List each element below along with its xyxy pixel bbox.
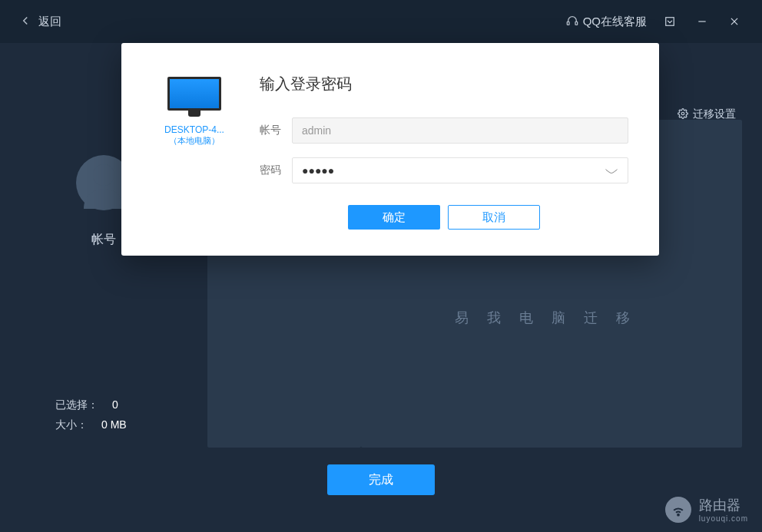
login-modal: DESKTOP-4... （本地电脑） 输入登录密码 帐号 admin 密码 ●…: [121, 43, 659, 256]
account-label: 帐号: [91, 232, 116, 248]
watermark: 路由器 luyouqi.com: [665, 496, 748, 523]
back-button[interactable]: 返回: [18, 14, 61, 30]
gear-icon: [678, 108, 688, 121]
pc-name: DESKTOP-4...: [152, 124, 237, 135]
close-button[interactable]: [725, 12, 744, 31]
eye-icon[interactable]: [605, 163, 618, 179]
watermark-title: 路由器: [699, 496, 748, 514]
account-field-label: 帐号: [260, 124, 292, 137]
content-text: 易我电脑迁移: [455, 309, 648, 327]
password-input[interactable]: ●●●●●: [292, 157, 628, 183]
pc-sub: （本地电脑）: [152, 135, 237, 147]
watermark-sub: luyouqi.com: [699, 514, 748, 523]
svg-rect-1: [575, 21, 578, 25]
svg-rect-0: [567, 21, 569, 25]
svg-point-6: [681, 112, 684, 115]
wifi-icon: [665, 497, 691, 523]
finish-button[interactable]: 完成: [327, 464, 435, 495]
size-label: 大小：: [55, 418, 88, 432]
modal-pc-block: DESKTOP-4... （本地电脑）: [152, 74, 237, 230]
support-label: QQ在线客服: [583, 15, 647, 29]
support-link[interactable]: QQ在线客服: [566, 15, 647, 29]
stats: 已选择： 0 大小： 0 MB: [55, 392, 127, 432]
headset-icon: [566, 15, 578, 29]
ok-button[interactable]: 确定: [348, 205, 440, 230]
svg-point-7: [93, 164, 114, 186]
svg-point-8: [678, 514, 679, 515]
cancel-button[interactable]: 取消: [448, 205, 540, 230]
svg-rect-2: [666, 18, 674, 26]
account-input[interactable]: admin: [292, 117, 628, 144]
arrow-left-icon: [18, 14, 32, 30]
selected-label: 已选择：: [55, 398, 98, 412]
modal-title: 输入登录密码: [260, 74, 628, 94]
password-field-label: 密码: [260, 164, 292, 177]
menu-button[interactable]: [661, 12, 679, 31]
monitor-icon: [167, 77, 221, 117]
titlebar: 返回 QQ在线客服: [0, 0, 762, 43]
password-value: ●●●●●: [302, 164, 334, 177]
selected-value: 0: [112, 398, 118, 412]
back-label: 返回: [38, 15, 61, 29]
minimize-button[interactable]: [693, 12, 711, 31]
size-value: 0 MB: [101, 418, 127, 432]
account-value: admin: [302, 124, 331, 137]
